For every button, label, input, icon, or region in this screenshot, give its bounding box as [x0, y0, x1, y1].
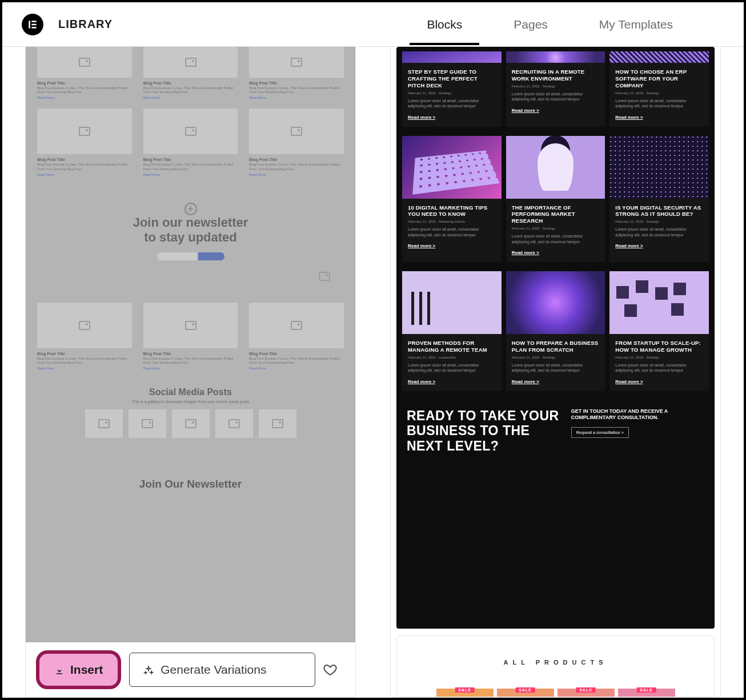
insert-highlight: Insert [36, 650, 121, 689]
sparkle-icon [143, 665, 154, 675]
generate-label: Generate Variations [161, 663, 266, 677]
template-card-right[interactable]: STEP BY STEP GUIDE TO CRAFTING THE PERFE… [390, 47, 721, 698]
add-section-icon [185, 203, 197, 215]
tab-my-templates[interactable]: My Templates [599, 18, 673, 45]
wire-newsletter2: Join Our Newsletter [37, 478, 344, 490]
insert-label: Insert [70, 663, 103, 677]
elementor-logo [22, 14, 43, 35]
tab-blocks[interactable]: Blocks [427, 18, 462, 45]
wire-social-heading: Social Media Posts [37, 387, 344, 397]
wire-title: Blog Post Title [37, 81, 132, 85]
svg-rect-2 [31, 23, 36, 25]
wire-social-sub: This is a gallery to showcase images fro… [37, 400, 344, 404]
cta-button: Request a consultation > [571, 427, 629, 438]
wire-excerpt: Blog Post Excerpt 2 Lines. This Text Is … [37, 86, 132, 94]
cta-sub: GET IN TOUCH TODAY AND RECEIVE A COMPLIM… [571, 408, 704, 421]
template-card-left[interactable]: Blog Post TitleBlog Post Excerpt 2 Lines… [25, 47, 356, 698]
generate-variations-button[interactable]: Generate Variations [129, 653, 315, 687]
products-heading: ALL PRODUCTS [397, 659, 714, 666]
library-title: LIBRARY [58, 18, 113, 31]
svg-rect-0 [29, 21, 30, 28]
wire-readmore: Read More [37, 96, 132, 99]
wire-newsletter-hero: Join our newsletterto stay updated [37, 181, 344, 291]
download-icon [54, 665, 65, 675]
cta-heading: READY TO TAKE YOUR BUSINESS TO THE NEXT … [407, 408, 567, 453]
insert-button[interactable]: Insert [42, 656, 115, 683]
favorite-button[interactable] [323, 663, 337, 677]
svg-rect-1 [31, 21, 36, 22]
template-card-products[interactable]: ALL PRODUCTS SALE SALE SALE SALE [396, 635, 715, 697]
tab-pages[interactable]: Pages [514, 18, 548, 45]
svg-rect-3 [31, 27, 36, 28]
